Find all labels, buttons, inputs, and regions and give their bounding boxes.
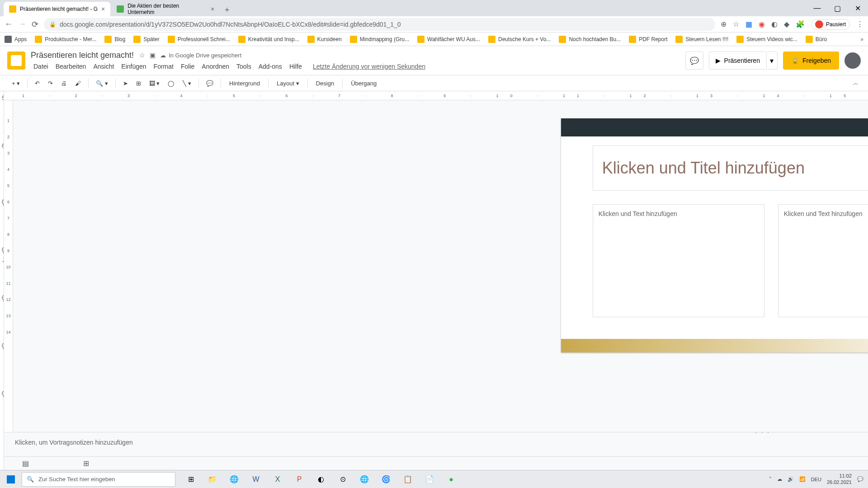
browser-tab-inactive[interactable]: Die Aktien der besten Unternehm × xyxy=(111,2,220,16)
menu-einfuegen[interactable]: Einfügen xyxy=(118,62,149,71)
menu-ansicht[interactable]: Ansicht xyxy=(90,62,117,71)
bookmark-apps[interactable]: Apps xyxy=(5,36,27,43)
reload-button[interactable]: ⟳ xyxy=(32,19,38,29)
present-dropdown[interactable]: ▾ xyxy=(767,52,778,70)
move-icon[interactable]: ▣ xyxy=(150,52,156,59)
powerpoint-icon[interactable]: P xyxy=(288,470,310,488)
comments-button[interactable]: 💬 xyxy=(685,52,703,70)
star-icon[interactable]: ☆ xyxy=(733,20,739,28)
textbox-tool[interactable]: ⊞ xyxy=(133,78,144,89)
share-button[interactable]: 🔒 Freigeben xyxy=(783,52,839,70)
bookmark[interactable]: Blog xyxy=(104,36,125,43)
slide-canvas[interactable]: Klicken und Titel hinzufügen Klicken und… xyxy=(13,100,868,432)
slide-thumbnails[interactable]: 5 Ich bin Titelel...Tobias Becker 6 7💬 E… xyxy=(0,91,4,470)
ext-icon[interactable]: ◆ xyxy=(784,20,789,28)
browser-tab-active[interactable]: Präsentieren leicht gemacht! - G × xyxy=(4,2,110,16)
notifications-icon[interactable]: 💬 xyxy=(857,476,863,482)
app-icon[interactable]: 📄 xyxy=(419,470,440,488)
extensions-icon[interactable]: 🧩 xyxy=(796,20,805,28)
grid-view-icon[interactable]: ⊞ xyxy=(83,459,89,468)
shape-tool[interactable]: ◯ xyxy=(165,78,177,89)
background-button[interactable]: Hintergrund xyxy=(226,78,264,89)
close-icon[interactable]: × xyxy=(211,5,214,13)
new-tab-button[interactable]: + xyxy=(221,4,233,16)
last-edit-link[interactable]: Letzte Änderung vor wenigen Sekunden xyxy=(310,62,428,71)
ext-icon[interactable]: ◉ xyxy=(759,20,765,28)
image-tool[interactable]: 🖼 ▾ xyxy=(146,78,163,89)
ext-icon[interactable]: ▦ xyxy=(745,20,752,28)
undo-button[interactable]: ↶ xyxy=(32,78,42,89)
notes-resize-handle[interactable]: ● ● ● xyxy=(755,431,774,434)
bookmark[interactable]: Deutsche Kurs + Vo... xyxy=(488,36,551,43)
select-tool[interactable]: ➤ xyxy=(120,78,131,89)
zoom-icon[interactable]: ⊕ xyxy=(721,20,726,28)
menu-hilfe[interactable]: Hilfe xyxy=(287,62,305,71)
transition-button[interactable]: Übergang xyxy=(347,78,380,89)
edge-icon[interactable]: 🌐 xyxy=(223,470,245,488)
present-button[interactable]: ▶ Präsentieren xyxy=(709,52,767,70)
bookmark[interactable]: Kursideen xyxy=(307,36,342,43)
task-view-icon[interactable]: ⊞ xyxy=(180,470,202,488)
clock[interactable]: 11:02 26.02.2021 xyxy=(827,473,852,485)
edge2-icon[interactable]: 🌀 xyxy=(375,470,397,488)
menu-anordnen[interactable]: Anordnen xyxy=(199,62,232,71)
menu-folie[interactable]: Folie xyxy=(178,62,197,71)
design-button[interactable]: Design xyxy=(312,78,338,89)
chrome-icon[interactable]: 🌐 xyxy=(354,470,375,488)
bookmark[interactable]: Büro xyxy=(806,36,827,43)
excel-icon[interactable]: X xyxy=(267,470,288,488)
bookmark[interactable]: Später xyxy=(133,36,159,43)
word-icon[interactable]: W xyxy=(245,470,267,488)
bookmark[interactable]: Steuern Videos wic... xyxy=(736,36,797,43)
paint-format-button[interactable]: 🖌 xyxy=(72,78,84,89)
profile-paused[interactable]: Pausiert xyxy=(811,19,850,30)
close-icon[interactable]: × xyxy=(101,5,105,13)
menu-format[interactable]: Format xyxy=(151,62,176,71)
redo-button[interactable]: ↷ xyxy=(45,78,56,89)
wifi-icon[interactable]: 📶 xyxy=(799,476,806,482)
user-avatar[interactable] xyxy=(844,52,861,69)
drive-status[interactable]: ☁ In Google Drive gespeichert xyxy=(160,52,241,59)
menu-tools[interactable]: Tools xyxy=(234,62,254,71)
slides-logo-icon[interactable] xyxy=(7,52,25,70)
line-tool[interactable]: ╲ ▾ xyxy=(180,78,194,89)
comment-tool[interactable]: 💬 xyxy=(203,78,216,89)
spotify-icon[interactable]: ● xyxy=(440,470,462,488)
layout-button[interactable]: Layout ▾ xyxy=(273,78,303,89)
bookmark[interactable]: Wahlfächer WU Aus... xyxy=(417,36,480,43)
print-button[interactable]: 🖨 xyxy=(58,78,70,89)
zoom-button[interactable]: 🔍 ▾ xyxy=(93,78,111,89)
minimize-button[interactable]: — xyxy=(807,0,827,16)
obs-icon[interactable]: ⊙ xyxy=(332,470,354,488)
collapse-toolbar[interactable]: ︿ xyxy=(853,79,859,87)
forward-button[interactable]: → xyxy=(18,19,26,29)
text-placeholder-right[interactable]: Klicken und Text hinzufügen xyxy=(778,204,868,317)
url-input[interactable]: 🔒 docs.google.com/presentation/d/1yV372S… xyxy=(44,18,715,31)
tray-chevron-icon[interactable]: ˄ xyxy=(769,476,772,482)
start-button[interactable] xyxy=(0,470,22,488)
menu-icon[interactable]: ⋮ xyxy=(856,20,863,28)
title-placeholder[interactable]: Klicken und Titel hinzufügen xyxy=(593,145,868,191)
cloud-icon[interactable]: ☁ xyxy=(777,476,782,482)
star-icon[interactable]: ☆ xyxy=(139,52,145,59)
close-window-button[interactable]: ✕ xyxy=(848,0,868,16)
taskbar-search[interactable]: 🔍 Zur Suche Text hier eingeben xyxy=(22,472,175,487)
maximize-button[interactable]: ▢ xyxy=(827,0,848,16)
explorer-icon[interactable]: 📁 xyxy=(202,470,223,488)
filmstrip-view-icon[interactable]: ▤ xyxy=(22,459,29,468)
menu-datei[interactable]: Datei xyxy=(31,62,51,71)
volume-icon[interactable]: 🔊 xyxy=(788,476,794,482)
ext-icon[interactable]: ◐ xyxy=(771,20,778,28)
menu-bearbeiten[interactable]: Bearbeiten xyxy=(53,62,89,71)
bookmark[interactable]: Steuern Lesen !!!! xyxy=(675,36,728,43)
back-button[interactable]: ← xyxy=(5,19,13,29)
doc-title[interactable]: Präsentieren leicht gemacht! xyxy=(31,51,134,60)
bookmark[interactable]: Professionell Schrei... xyxy=(168,36,230,43)
bookmark[interactable]: Produktsuche - Mer... xyxy=(35,36,96,43)
bookmark[interactable]: PDF Report xyxy=(629,36,667,43)
app-icon[interactable]: 📋 xyxy=(397,470,419,488)
app-icon[interactable]: ◐ xyxy=(310,470,332,488)
lang-indicator[interactable]: DEU xyxy=(811,477,821,482)
bookmark[interactable]: Kreativität und Insp... xyxy=(238,36,299,43)
bookmark[interactable]: Noch hochladen Bu... xyxy=(559,36,621,43)
